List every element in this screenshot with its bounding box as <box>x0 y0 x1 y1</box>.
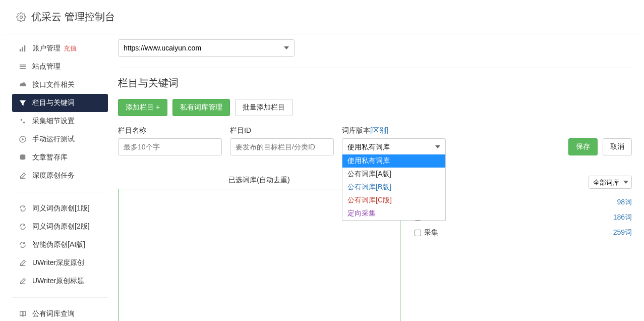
svg-rect-2 <box>22 47 23 51</box>
version-option-3[interactable]: 公有词库[C版] <box>342 194 445 207</box>
sidebar: 账户管理充值站点管理接口文件相关栏目与关键词采集细节设置手动运行测试文章暂存库深… <box>12 39 108 321</box>
recharge-badge[interactable]: 充值 <box>64 44 77 53</box>
main-content: https://www.ucaiyun.com 栏目与关键词 添加栏目 + 私有… <box>118 39 632 321</box>
site-url-select[interactable]: https://www.ucaiyun.com <box>118 39 295 57</box>
sidebar-item-label: 公有词库查询 <box>32 309 75 318</box>
save-button[interactable]: 保存 <box>568 138 598 155</box>
sidebar-item-0-0[interactable]: 账户管理充值 <box>12 39 108 58</box>
sidebar-item-label: 智能伪原创[AI版] <box>32 240 85 249</box>
sidebar-item-label: 同义词伪原创[1版] <box>32 204 90 213</box>
sidebar-item-1-2[interactable]: 智能伪原创[AI版] <box>12 236 108 254</box>
db-icon <box>19 154 27 161</box>
sidebar-item-0-4[interactable]: 采集细节设置 <box>12 112 108 130</box>
add-column-button[interactable]: 添加栏目 + <box>118 99 167 116</box>
divider <box>118 68 632 68</box>
sidebar-item-0-5[interactable]: 手动运行测试 <box>12 130 108 148</box>
refresh-icon <box>19 223 27 230</box>
sidebar-item-0-3[interactable]: 栏目与关键词 <box>12 94 108 112</box>
sidebar-item-label: 手动运行测试 <box>32 135 75 144</box>
sidebar-item-1-1[interactable]: 同义词伪原创[2版] <box>12 218 108 236</box>
sidebar-item-0-2[interactable]: 接口文件相关 <box>12 76 108 94</box>
lib-row-count[interactable]: 186词 <box>613 213 632 222</box>
refresh-icon <box>19 241 27 248</box>
version-option-1[interactable]: 公有词库[A版] <box>342 168 445 181</box>
version-option-4[interactable]: 定向采集 <box>342 207 445 220</box>
column-name-label: 栏目名称 <box>118 126 222 135</box>
gear-icon <box>16 12 26 22</box>
filter-icon <box>19 99 27 106</box>
column-name-input[interactable] <box>118 138 222 155</box>
sidebar-item-1-3[interactable]: UWriter深度原创 <box>12 254 108 272</box>
gears-icon <box>19 118 27 125</box>
svg-point-5 <box>23 122 25 124</box>
sidebar-item-label: 采集细节设置 <box>32 117 75 126</box>
bar-chart-icon <box>19 45 27 52</box>
sidebar-item-label: UWriter原创标题 <box>32 277 84 286</box>
all-libs-panel: 全部词库 伪原创98词伪原创186词采集259词 <box>415 176 632 240</box>
refresh-icon <box>19 205 27 212</box>
svg-rect-1 <box>20 49 21 51</box>
sidebar-item-label: 文章暂存库 <box>32 153 68 162</box>
version-diff-link[interactable]: [区别] <box>370 126 388 134</box>
lib-row-count[interactable]: 98词 <box>617 198 632 207</box>
sidebar-item-1-4[interactable]: UWriter原创标题 <box>12 272 108 290</box>
lib-row-checkbox[interactable] <box>415 230 421 236</box>
private-lib-button[interactable]: 私有词库管理 <box>172 99 230 116</box>
cancel-button[interactable]: 取消 <box>603 138 632 155</box>
sidebar-item-label: 同义词伪原创[2版] <box>32 222 90 231</box>
sidebar-item-0-1[interactable]: 站点管理 <box>12 58 108 76</box>
form-row: 栏目名称 栏目ID 词库版本[区别] 使用私有词库 使用私有词库公有词库[A版]… <box>118 126 632 155</box>
lib-row-2: 采集259词 <box>415 225 632 240</box>
sidebar-item-label: 栏目与关键词 <box>32 98 75 108</box>
sidebar-item-1-0[interactable]: 同义词伪原创[1版] <box>12 199 108 218</box>
version-option-2[interactable]: 公有词库[B版] <box>342 181 445 194</box>
lib-row-0: 伪原创98词 <box>415 195 632 210</box>
sidebar-item-2-0[interactable]: 公有词库查询 <box>12 305 108 321</box>
version-option-0[interactable]: 使用私有词库 <box>342 154 445 168</box>
column-id-input[interactable] <box>230 138 334 155</box>
section-title: 栏目与关键词 <box>118 76 632 90</box>
page-title: 优采云 管理控制台 <box>31 10 115 24</box>
version-label: 词库版本[区别] <box>342 126 446 135</box>
bulk-add-button[interactable]: 批量添加栏目 <box>235 99 292 116</box>
svg-rect-3 <box>24 45 26 51</box>
sidebar-item-label: UWriter深度原创 <box>32 258 84 268</box>
version-select[interactable]: 使用私有词库 <box>342 138 446 155</box>
page-header: 优采云 管理控制台 <box>4 0 640 34</box>
lib-filter-select[interactable]: 全部词库 <box>589 176 632 189</box>
edit-icon <box>19 172 27 179</box>
play-icon <box>19 136 27 143</box>
edit-icon <box>19 278 27 285</box>
sidebar-item-label: 接口文件相关 <box>32 80 75 89</box>
lib-row-count[interactable]: 259词 <box>613 228 632 237</box>
layers-icon <box>19 63 27 70</box>
sidebar-item-0-6[interactable]: 文章暂存库 <box>12 148 108 167</box>
sidebar-item-label: 站点管理 <box>32 62 61 71</box>
sidebar-item-label: 账户管理 <box>32 44 61 53</box>
version-dropdown: 使用私有词库公有词库[A版]公有词库[B版]公有词库[C版]定向采集 <box>342 154 446 221</box>
svg-point-4 <box>21 119 23 121</box>
button-row: 添加栏目 + 私有词库管理 批量添加栏目 <box>118 99 632 116</box>
column-id-label: 栏目ID <box>230 126 334 135</box>
edit-icon <box>19 259 27 266</box>
cloud-icon <box>19 81 27 88</box>
lib-row-1: 伪原创186词 <box>415 210 632 225</box>
svg-point-0 <box>20 16 23 18</box>
sidebar-item-label: 深度原创任务 <box>32 171 75 180</box>
lib-row-label: 采集 <box>424 228 438 237</box>
sidebar-item-0-7[interactable]: 深度原创任务 <box>12 167 108 185</box>
book-icon <box>19 310 27 317</box>
